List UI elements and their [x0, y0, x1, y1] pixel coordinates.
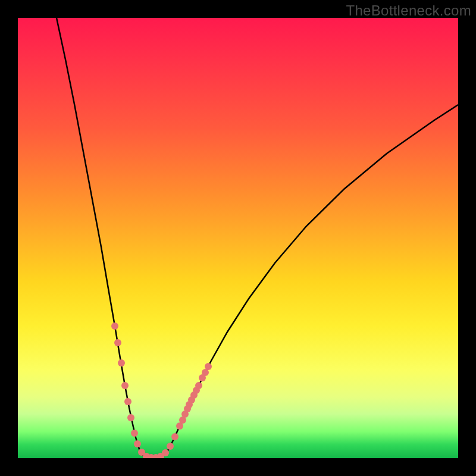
data-point-marker — [162, 449, 169, 456]
data-point-marker — [157, 453, 164, 458]
data-point-marker — [131, 430, 138, 437]
data-point-marker — [134, 440, 141, 447]
curve-left — [57, 18, 142, 455]
watermark-text: TheBottleneck.com — [346, 2, 471, 19]
data-point-marker — [199, 374, 206, 381]
data-point-marker — [186, 401, 193, 408]
data-point-marker — [202, 369, 209, 376]
data-point-marker — [176, 422, 183, 430]
data-point-marker — [124, 398, 131, 405]
data-point-marker — [143, 453, 150, 458]
data-point-marker — [193, 387, 200, 394]
valley-floor — [142, 455, 165, 458]
data-point-marker — [114, 339, 121, 346]
data-point-marker — [171, 433, 178, 440]
data-point-marker — [179, 416, 186, 424]
data-point-marker — [181, 411, 189, 418]
data-point-marker — [205, 363, 212, 370]
data-point-marker — [188, 396, 195, 403]
data-point-marker — [121, 382, 129, 389]
data-point-marker — [152, 454, 159, 458]
data-point-marker — [190, 392, 198, 399]
data-point-marker — [138, 449, 145, 456]
data-point-markers — [111, 322, 212, 458]
data-point-marker — [184, 405, 191, 412]
data-point-marker — [118, 359, 125, 367]
plot-area — [18, 18, 458, 458]
data-point-marker — [111, 322, 118, 330]
curve-path-group — [57, 18, 458, 458]
curve-right — [165, 105, 458, 455]
data-point-marker — [148, 454, 155, 458]
data-point-marker — [127, 414, 134, 421]
curve-svg — [18, 18, 458, 458]
data-point-marker — [167, 443, 174, 450]
data-point-marker — [195, 382, 202, 389]
chart-container: TheBottleneck.com — [0, 0, 476, 476]
